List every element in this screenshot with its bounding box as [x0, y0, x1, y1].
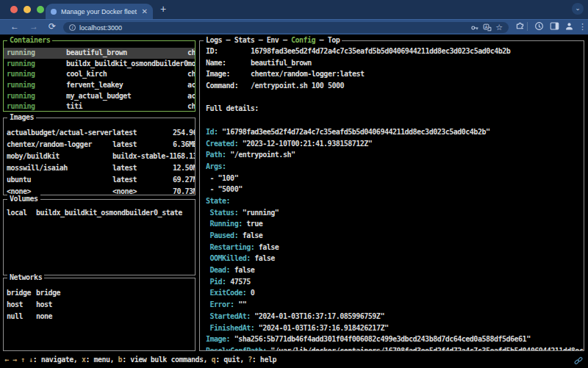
toolbar-divider	[527, 22, 528, 31]
network-row[interactable]: bridge bridge	[4, 287, 195, 299]
detail-line: Status: "running"	[206, 209, 584, 220]
detail-line: Id: "16798fad3ee5d2f4d72a4c7c35eafd5b5d0…	[206, 128, 584, 140]
detail-line: ExitCode: 0	[206, 289, 584, 300]
link-icon[interactable]	[574, 356, 583, 367]
back-button[interactable]: ←	[10, 21, 19, 32]
config-content: ID:16798fad3ee5d2f4d72a4c7c35eafd5b5d040…	[200, 41, 584, 350]
tab-logs[interactable]: Logs	[206, 36, 222, 44]
detail-line: Paused: false	[206, 231, 584, 243]
container-row[interactable]: running cool_kirch che	[4, 69, 195, 80]
svg-text:A: A	[485, 24, 489, 29]
detail-line: ResolvConfPath: "/var/lib/docker/contain…	[206, 347, 584, 350]
volumes-panel-title: Volumes	[7, 195, 40, 203]
containers-panel-title: Containers	[7, 36, 52, 44]
reload-button[interactable]: ⟳	[49, 21, 56, 32]
image-row[interactable]: <none> <none> 70.73M	[4, 186, 195, 195]
extensions-puzzle-icon[interactable]	[515, 21, 525, 31]
browser-menu-icon[interactable]: ⋮	[578, 21, 587, 32]
image-row[interactable]: actualbudget/actual-server latest 254.96…	[4, 127, 195, 139]
summary-line: Command:/entrypoint.sh 100 5000	[206, 82, 584, 93]
forward-button[interactable]: →	[29, 21, 38, 32]
tab-title: Manage your Docker fleet w	[61, 8, 137, 15]
inspector-tab-bar: Logs — Stats — Env — Config — Top	[204, 36, 342, 44]
image-row[interactable]: chentex/random-logger latest 6.36MB	[4, 139, 195, 151]
detail-line: - "5000"	[206, 185, 584, 197]
container-row[interactable]: running buildx_buildkit_osmondbuilder0 m…	[4, 59, 195, 70]
detail-line: Created: "2023-12-10T00:21:41.938158712Z…	[206, 140, 584, 151]
detail-line: Path: "/entrypoint.sh"	[206, 151, 584, 162]
detail-line: Error: ""	[206, 300, 584, 312]
detail-line: Running: true	[206, 220, 584, 231]
detail-line: State:	[206, 197, 584, 209]
volumes-panel: Volumes local buildx_buildkit_osmondbuil…	[3, 199, 196, 275]
new-tab-button[interactable]: +	[160, 3, 166, 15]
detail-line: Restarting: false	[206, 243, 584, 255]
container-row[interactable]: running fervent_leakey act	[4, 80, 195, 91]
sidebar-toggle-icon[interactable]	[550, 21, 559, 31]
site-info-icon[interactable]: i	[69, 24, 76, 31]
network-row[interactable]: null none	[4, 311, 195, 322]
image-row[interactable]: ubuntu latest 69.27M	[4, 174, 195, 186]
url-text: localhost:3000	[79, 24, 467, 32]
tab-search-chevron-icon[interactable]: ⌄	[572, 3, 584, 15]
translate-icon[interactable]: A	[483, 24, 492, 32]
detail-line: OOMKilled: false	[206, 254, 584, 266]
image-row[interactable]: mosswill/isaiah latest 12.50M	[4, 162, 195, 174]
tab-stats[interactable]: Stats	[234, 36, 255, 44]
tab-strip: Manage your Docker fleet w ✕ + ⌄	[0, 0, 588, 19]
summary-line: Name:beautiful_brown	[206, 59, 584, 71]
update-sync-icon[interactable]	[534, 21, 544, 31]
section-title: Full details:	[206, 104, 584, 116]
volume-row[interactable]: local buildx_buildkit_osmondbuilder0_sta…	[4, 207, 195, 219]
networks-panel: Networks bridge bridge host host null no…	[3, 278, 196, 351]
networks-panel-title: Networks	[7, 273, 44, 281]
tab-config[interactable]: Config	[291, 36, 315, 44]
browser-window: Manage your Docker fleet w ✕ + ⌄ ← → ⟳ i…	[0, 0, 588, 368]
docker-tui: Containers running beautiful_brown che r…	[0, 35, 588, 368]
bookmark-star-icon[interactable]: ☆	[495, 23, 503, 32]
window-zoom-button[interactable]	[37, 6, 44, 13]
detail-line: Dead: false	[206, 266, 584, 278]
image-row[interactable]: moby/buildkit buildx-stable-1 168.13M	[4, 151, 195, 162]
containers-panel: Containers running beautiful_brown che r…	[3, 40, 196, 112]
summary-line: ID:16798fad3ee5d2f4d72a4c7c35eafd5b5d040…	[206, 47, 584, 59]
images-panel: Images actualbudget/actual-server latest…	[3, 118, 196, 195]
profile-avatar-icon[interactable]	[564, 21, 574, 31]
detail-line: - "100"	[206, 174, 584, 186]
window-close-button[interactable]	[10, 6, 18, 13]
detail-line: Image: "sha256:5b771db46f4add301f04f0060…	[206, 335, 584, 347]
tab-close-icon[interactable]: ✕	[142, 8, 148, 15]
network-row[interactable]: host host	[4, 299, 195, 311]
detail-line: Args:	[206, 162, 584, 174]
address-bar[interactable]: i localhost:3000 A ☆	[63, 22, 509, 33]
tab-env[interactable]: Env	[267, 36, 279, 44]
container-row[interactable]: running my_actual_budget act	[4, 91, 195, 102]
detail-line: Pid: 47575	[206, 278, 584, 289]
detail-line: FinishedAt: "2024-01-03T16:37:16.9184262…	[206, 324, 584, 336]
browser-tab[interactable]: Manage your Docker fleet w ✕	[46, 4, 153, 19]
tab-top[interactable]: Top	[328, 36, 340, 44]
password-key-icon[interactable]	[470, 24, 479, 32]
tab-favicon-icon	[51, 9, 57, 15]
summary-line: Image:chentex/random-logger:latest	[206, 70, 584, 82]
images-panel-title: Images	[7, 113, 36, 121]
container-row[interactable]: running titi che	[4, 101, 195, 111]
window-minimize-button[interactable]	[24, 6, 31, 13]
inspector-panel: Logs — Stats — Env — Config — Top ID:167…	[199, 40, 584, 351]
detail-line: StartedAt: "2024-01-03T16:37:17.08599675…	[206, 312, 584, 324]
container-row[interactable]: running beautiful_brown che	[4, 48, 195, 59]
keybindings-status-bar: ← → ↑ ↓: navigate, x: menu, b: view bulk…	[4, 356, 276, 364]
